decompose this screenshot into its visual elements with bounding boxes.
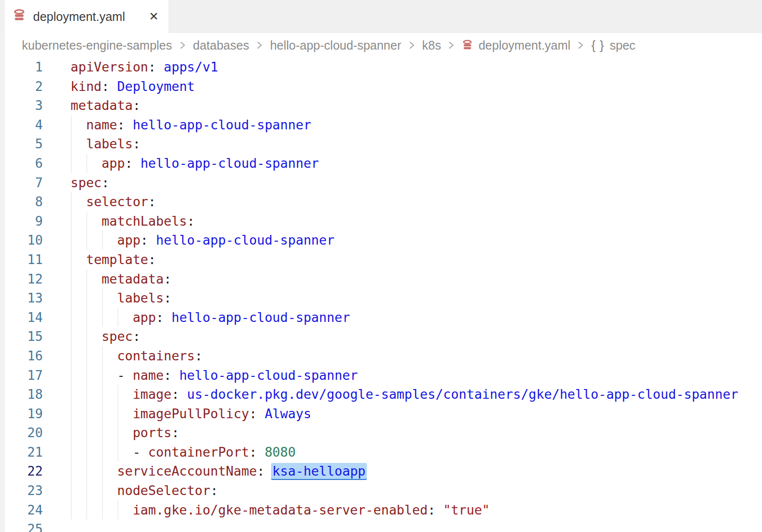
code-line-text[interactable]: spec: — [43, 327, 762, 346]
code-line-text[interactable]: kind: Deployment — [43, 77, 762, 96]
line-number[interactable]: 1 — [0, 57, 43, 77]
line-number[interactable]: 5 — [0, 134, 43, 154]
code-line-text[interactable]: template: — [43, 250, 762, 269]
tab-deployment-yaml[interactable]: deployment.yaml ✕ — [5, 0, 168, 33]
line-number[interactable]: 17 — [0, 366, 43, 385]
code-line-16[interactable]: 16 containers: — [0, 346, 762, 366]
indent-guide — [102, 346, 103, 366]
line-number[interactable]: 22 — [0, 461, 43, 481]
code-line-9[interactable]: 9 matchLabels: — [0, 212, 762, 231]
code-line-text[interactable]: containers: — [43, 346, 762, 366]
line-number[interactable]: 2 — [0, 77, 43, 96]
line-number[interactable]: 12 — [0, 269, 43, 289]
code-line-text[interactable]: labels: — [43, 134, 762, 154]
code-line-text[interactable]: - name: hello-app-cloud-spanner — [43, 366, 762, 385]
line-number[interactable]: 14 — [0, 308, 43, 327]
code-line-7[interactable]: 7spec: — [0, 173, 762, 193]
code-area[interactable]: 1apiVersion: apps/v12kind: Deployment3me… — [0, 57, 762, 532]
code-line-24[interactable]: 24 iam.gke.io/gke-metadata-server-enable… — [0, 500, 762, 520]
code-line-text[interactable]: imagePullPolicy: Always — [43, 404, 762, 424]
line-number[interactable]: 19 — [0, 404, 43, 424]
code-line-text[interactable]: labels: — [43, 288, 762, 308]
breadcrumb-item-databases[interactable]: databases — [193, 38, 249, 53]
line-number[interactable]: 10 — [0, 231, 43, 250]
code-line-20[interactable]: 20 ports: — [0, 423, 762, 443]
code-line-text[interactable]: nodeSelector: — [43, 481, 762, 500]
code-line-18[interactable]: 18 image: us-docker.pkg.dev/google-sampl… — [0, 385, 762, 404]
code-line-8[interactable]: 8 selector: — [0, 192, 762, 212]
breadcrumb-item-spec[interactable]: { }spec — [591, 38, 635, 53]
line-number[interactable]: 13 — [0, 288, 43, 308]
line-number[interactable]: 21 — [0, 443, 43, 462]
code-line-12[interactable]: 12 metadata: — [0, 269, 762, 289]
line-number[interactable]: 6 — [0, 154, 43, 173]
line-number[interactable]: 7 — [0, 173, 43, 193]
highlighted-token[interactable]: ksa-helloapp — [271, 463, 367, 480]
token-key: containerPort — [148, 444, 249, 460]
breadcrumb-item-hello-app-cloud-spanner[interactable]: hello-app-cloud-spanner — [270, 38, 401, 53]
code-line-text[interactable]: image: us-docker.pkg.dev/google-samples/… — [43, 385, 762, 404]
indent-guide — [71, 481, 72, 500]
code-line-text[interactable]: matchLabels: — [43, 212, 762, 231]
code-line-text[interactable]: ports: — [43, 423, 762, 443]
token-key: spec — [71, 175, 102, 190]
code-line-15[interactable]: 15 spec: — [0, 327, 762, 346]
code-line-6[interactable]: 6 app: hello-app-cloud-spanner — [0, 154, 762, 173]
code-line-3[interactable]: 3metadata: — [0, 96, 762, 115]
token-vl: hello-app-cloud-spanner — [141, 156, 319, 171]
code-line-4[interactable]: 4 name: hello-app-cloud-spanner — [0, 115, 762, 135]
code-line-text[interactable]: spec: — [43, 173, 762, 193]
code-line-19[interactable]: 19 imagePullPolicy: Always — [0, 404, 762, 424]
code-line-text[interactable]: app: hello-app-cloud-spanner — [43, 308, 762, 327]
code-line-2[interactable]: 2kind: Deployment — [0, 77, 762, 96]
line-number[interactable]: 18 — [0, 385, 43, 404]
code-line-14[interactable]: 14 app: hello-app-cloud-spanner — [0, 308, 762, 327]
line-number[interactable]: 9 — [0, 212, 43, 231]
breadcrumb-item-deployment-yaml[interactable]: deployment.yaml — [462, 38, 570, 53]
indent-guide — [71, 134, 72, 154]
code-line-text[interactable]: - containerPort: 8080 — [43, 443, 762, 462]
token-pn: : — [163, 368, 179, 383]
code-line-13[interactable]: 13 labels: — [0, 288, 762, 308]
line-number[interactable]: 25 — [0, 519, 43, 532]
line-number[interactable]: 3 — [0, 96, 43, 115]
code-line-1[interactable]: 1apiVersion: apps/v1 — [0, 57, 762, 77]
line-number[interactable]: 15 — [0, 327, 43, 346]
code-line-11[interactable]: 11 template: — [0, 250, 762, 269]
code-line-text[interactable]: iam.gke.io/gke-metadata-server-enabled: … — [43, 500, 762, 520]
code-line-25[interactable]: 25 — [0, 519, 762, 532]
line-number[interactable]: 16 — [0, 346, 43, 366]
code-line-22[interactable]: 22 serviceAccountName: ksa-helloapp — [0, 461, 762, 481]
code-line-text[interactable]: app: hello-app-cloud-spanner — [43, 231, 762, 250]
code-line-text[interactable]: app: hello-app-cloud-spanner — [43, 154, 762, 173]
code-line-text[interactable]: serviceAccountName: ksa-helloapp — [43, 461, 762, 481]
code-line-text[interactable]: metadata: — [43, 269, 762, 289]
line-number[interactable]: 20 — [0, 423, 43, 443]
indent-guide — [87, 346, 87, 366]
code-line-10[interactable]: 10 app: hello-app-cloud-spanner — [0, 231, 762, 250]
close-icon[interactable]: ✕ — [149, 11, 159, 22]
breadcrumb-item-k8s[interactable]: k8s — [422, 38, 441, 53]
indent-guide — [71, 154, 72, 173]
breadcrumb-item-kubernetes-engine-samples[interactable]: kubernetes-engine-samples — [22, 38, 172, 53]
token-vl: Always — [265, 406, 311, 421]
code-line-text[interactable]: apiVersion: apps/v1 — [43, 57, 762, 77]
code-line-17[interactable]: 17 - name: hello-app-cloud-spanner — [0, 366, 762, 385]
line-number[interactable]: 24 — [0, 500, 43, 520]
code-line-21[interactable]: 21 - containerPort: 8080 — [0, 443, 762, 462]
code-line-text[interactable]: metadata: — [43, 96, 762, 115]
indent-guide — [102, 366, 103, 385]
line-number[interactable]: 4 — [0, 115, 43, 135]
code-line-5[interactable]: 5 labels: — [0, 134, 762, 154]
indent-guide — [102, 308, 103, 327]
line-number[interactable]: 11 — [0, 250, 43, 269]
token-key: app — [117, 232, 141, 248]
line-number[interactable]: 23 — [0, 481, 43, 500]
indent-guide — [102, 231, 103, 250]
code-line-text[interactable]: name: hello-app-cloud-spanner — [43, 115, 762, 135]
code-line-23[interactable]: 23 nodeSelector: — [0, 481, 762, 500]
code-line-text[interactable] — [43, 519, 762, 532]
code-line-text[interactable]: selector: — [43, 192, 762, 212]
breadcrumb-label: hello-app-cloud-spanner — [270, 38, 401, 53]
line-number[interactable]: 8 — [0, 192, 43, 212]
